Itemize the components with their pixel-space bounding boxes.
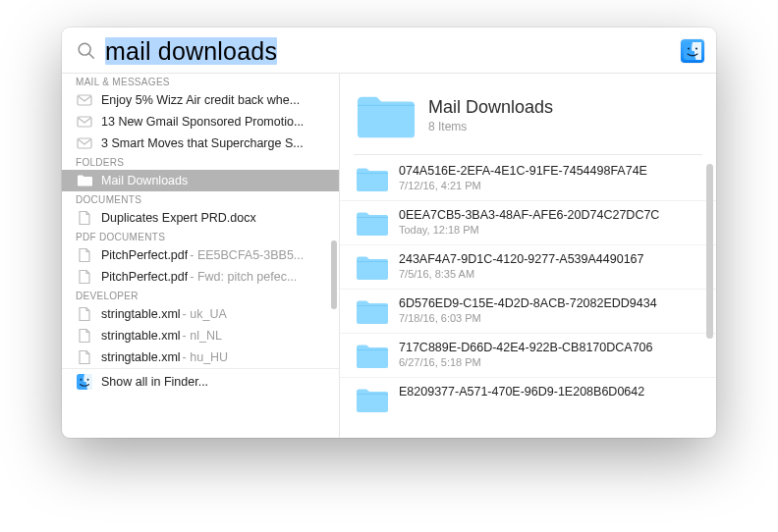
- result-label: PitchPerfect.pdf: [101, 248, 188, 262]
- folder-icon: [356, 166, 389, 193]
- result-row[interactable]: stringtable.xml - uk_UA: [62, 303, 339, 325]
- folder-icon: [356, 254, 389, 282]
- show-all-in-finder[interactable]: Show all in Finder...: [62, 368, 339, 394]
- item-date: 7/18/16, 6:03 PM: [399, 312, 657, 324]
- result-label: PitchPerfect.pdf: [101, 270, 188, 284]
- folder-icon: [356, 298, 389, 326]
- finder-app-icon: [681, 39, 704, 63]
- result-suffix: - nl_NL: [183, 329, 222, 343]
- result-label: 13 New Gmail Sponsored Promotio...: [101, 115, 304, 129]
- result-label: 3 Smart Moves that Supercharge S...: [101, 136, 304, 150]
- result-row[interactable]: stringtable.xml - hu_HU: [62, 346, 339, 368]
- result-row[interactable]: Mail Downloads: [62, 170, 339, 191]
- search-query: mail downloads: [105, 37, 277, 65]
- folder-item[interactable]: 717C889E-D66D-42E4-922B-CB8170DCA7066/27…: [340, 334, 716, 378]
- search-input[interactable]: mail downloads: [105, 39, 681, 64]
- result-suffix: - uk_UA: [183, 307, 227, 321]
- result-label: stringtable.xml: [101, 307, 181, 321]
- doc-icon: [76, 210, 93, 226]
- preview-pane: Mail Downloads 8 Items 074A516E-2EFA-4E1…: [340, 74, 716, 438]
- search-bar: mail downloads: [62, 27, 716, 73]
- folder-icon: [356, 210, 389, 238]
- mail-icon: [76, 114, 93, 130]
- folder-icon: [356, 343, 389, 370]
- spotlight-window: mail downloads MAIL & MESSAGESEnjoy 5% W…: [62, 27, 716, 438]
- results-sidebar: MAIL & MESSAGESEnjoy 5% Wizz Air credit …: [62, 74, 340, 438]
- section-header: MAIL & MESSAGES: [62, 74, 339, 89]
- doc-icon: [76, 306, 93, 322]
- result-row[interactable]: Enjoy 5% Wizz Air credit back whe...: [62, 89, 339, 111]
- item-date: Today, 12:18 PM: [399, 224, 659, 236]
- result-row[interactable]: Duplicates Expert PRD.docx: [62, 207, 339, 229]
- item-name: 074A516E-2EFA-4E1C-91FE-7454498FA74E: [399, 164, 647, 178]
- pdf-icon: [76, 247, 93, 263]
- item-name: 243AF4A7-9D1C-4120-9277-A539A4490167: [399, 252, 644, 266]
- svg-line-5: [89, 54, 94, 59]
- preview-title: Mail Downloads: [428, 98, 553, 118]
- doc-icon: [76, 349, 93, 365]
- folder-icon: [76, 173, 93, 188]
- doc-icon: [76, 328, 93, 344]
- preview-subtitle: 8 Items: [428, 120, 553, 133]
- item-date: 6/27/16, 5:18 PM: [399, 356, 653, 368]
- folder-item[interactable]: 243AF4A7-9D1C-4120-9277-A539A44901677/5/…: [340, 245, 716, 290]
- pdf-icon: [76, 269, 93, 285]
- item-date: 7/5/16, 8:35 AM: [399, 268, 644, 280]
- preview-scrollbar[interactable]: [706, 164, 713, 339]
- result-row[interactable]: PitchPerfect.pdf - Fwd: pitch pefec...: [62, 266, 339, 288]
- folder-item[interactable]: E8209377-A571-470E-96D9-1E208B6D0642: [340, 378, 716, 421]
- sidebar-scrollbar[interactable]: [331, 240, 337, 309]
- result-label: Duplicates Expert PRD.docx: [101, 211, 256, 225]
- folder-icon: [356, 91, 417, 140]
- section-header: DEVELOPER: [62, 288, 339, 303]
- folder-item[interactable]: 0EEA7CB5-3BA3-48AF-AFE6-20D74C27DC7CToda…: [340, 201, 716, 245]
- item-name: 0EEA7CB5-3BA3-48AF-AFE6-20D74C27DC7C: [399, 208, 659, 222]
- result-suffix: - Fwd: pitch pefec...: [190, 270, 297, 284]
- item-name: 717C889E-D66D-42E4-922B-CB8170DCA706: [399, 341, 653, 354]
- item-date: 7/12/16, 4:21 PM: [399, 180, 647, 191]
- search-icon: [76, 40, 97, 62]
- section-header: PDF DOCUMENTS: [62, 229, 339, 244]
- section-header: DOCUMENTS: [62, 191, 339, 207]
- result-suffix: - hu_HU: [183, 350, 229, 364]
- folder-icon: [356, 387, 389, 414]
- result-row[interactable]: 3 Smart Moves that Supercharge S...: [62, 133, 339, 154]
- show-all-label: Show all in Finder...: [101, 375, 208, 389]
- result-row[interactable]: PitchPerfect.pdf - EE5BCFA5-3BB5...: [62, 244, 339, 266]
- finder-icon: [76, 374, 93, 390]
- result-row[interactable]: 13 New Gmail Sponsored Promotio...: [62, 111, 339, 133]
- result-label: Mail Downloads: [101, 174, 188, 187]
- folder-item[interactable]: 074A516E-2EFA-4E1C-91FE-7454498FA74E7/12…: [340, 157, 716, 201]
- mail-icon: [76, 135, 93, 151]
- item-name: E8209377-A571-470E-96D9-1E208B6D0642: [399, 385, 644, 399]
- result-suffix: - EE5BCFA5-3BB5...: [190, 248, 304, 262]
- result-label: Enjoy 5% Wizz Air credit back whe...: [101, 93, 300, 107]
- section-header: FOLDERS: [62, 154, 339, 170]
- item-name: 6D576ED9-C15E-4D2D-8ACB-72082EDD9434: [399, 296, 657, 310]
- result-label: stringtable.xml: [101, 350, 181, 364]
- result-label: stringtable.xml: [101, 329, 181, 343]
- folder-item[interactable]: 6D576ED9-C15E-4D2D-8ACB-72082EDD94347/18…: [340, 290, 716, 334]
- mail-icon: [76, 92, 93, 108]
- result-row[interactable]: stringtable.xml - nl_NL: [62, 325, 339, 346]
